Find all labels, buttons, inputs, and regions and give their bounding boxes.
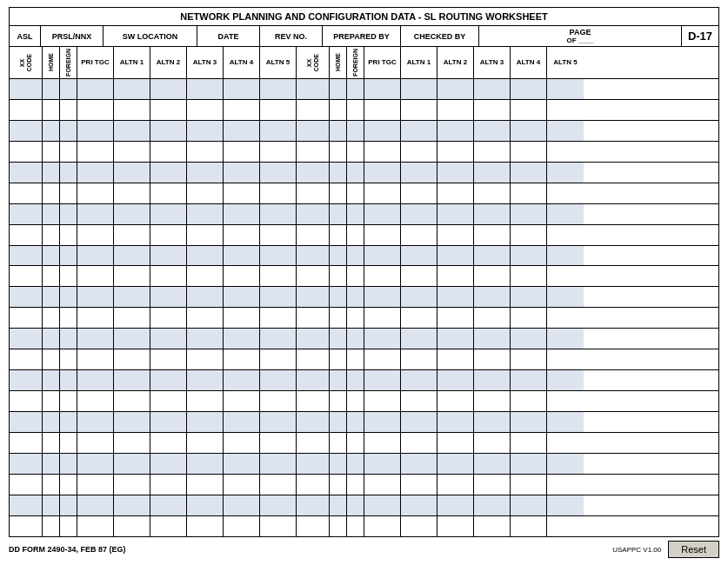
data-cell[interactable] [474, 370, 511, 390]
data-cell[interactable] [43, 246, 60, 266]
data-cell[interactable] [347, 308, 364, 328]
data-cell[interactable] [401, 246, 437, 266]
data-cell[interactable] [437, 412, 474, 432]
data-cell[interactable] [150, 516, 187, 536]
data-cell[interactable] [43, 516, 60, 536]
data-cell[interactable] [224, 308, 260, 328]
data-cell[interactable] [43, 495, 60, 515]
data-cell[interactable] [297, 142, 330, 162]
data-cell[interactable] [547, 225, 584, 245]
data-cell[interactable] [10, 370, 43, 390]
data-cell[interactable] [330, 412, 347, 432]
data-cell[interactable] [260, 183, 297, 203]
data-cell[interactable] [114, 100, 150, 120]
data-cell[interactable] [187, 225, 224, 245]
data-cell[interactable] [114, 329, 150, 349]
data-cell[interactable] [60, 433, 77, 453]
data-cell[interactable] [364, 475, 401, 495]
data-cell[interactable] [77, 391, 114, 411]
data-cell[interactable] [297, 204, 330, 224]
data-cell[interactable] [43, 225, 60, 245]
data-cell[interactable] [77, 495, 114, 515]
data-cell[interactable] [260, 433, 297, 453]
data-cell[interactable] [60, 142, 77, 162]
data-cell[interactable] [347, 142, 364, 162]
data-cell[interactable] [364, 121, 401, 141]
data-cell[interactable] [547, 516, 584, 536]
data-cell[interactable] [43, 349, 60, 369]
data-cell[interactable] [364, 79, 401, 99]
data-cell[interactable] [10, 412, 43, 432]
data-cell[interactable] [401, 433, 437, 453]
data-cell[interactable] [511, 204, 547, 224]
data-cell[interactable] [260, 308, 297, 328]
data-cell[interactable] [60, 163, 77, 183]
data-cell[interactable] [401, 454, 437, 474]
data-cell[interactable] [364, 225, 401, 245]
data-cell[interactable] [364, 370, 401, 390]
data-cell[interactable] [187, 287, 224, 307]
data-cell[interactable] [547, 163, 584, 183]
data-cell[interactable] [511, 287, 547, 307]
data-cell[interactable] [401, 121, 437, 141]
data-cell[interactable] [330, 163, 347, 183]
data-cell[interactable] [150, 475, 187, 495]
data-cell[interactable] [187, 329, 224, 349]
data-cell[interactable] [401, 391, 437, 411]
data-cell[interactable] [347, 204, 364, 224]
data-cell[interactable] [330, 349, 347, 369]
data-cell[interactable] [297, 391, 330, 411]
data-cell[interactable] [347, 246, 364, 266]
data-cell[interactable] [187, 454, 224, 474]
data-cell[interactable] [114, 412, 150, 432]
data-cell[interactable] [260, 225, 297, 245]
data-cell[interactable] [43, 142, 60, 162]
data-cell[interactable] [364, 433, 401, 453]
data-cell[interactable] [10, 349, 43, 369]
data-cell[interactable] [547, 308, 584, 328]
data-cell[interactable] [260, 454, 297, 474]
data-cell[interactable] [474, 495, 511, 515]
data-cell[interactable] [401, 287, 437, 307]
data-cell[interactable] [150, 142, 187, 162]
data-cell[interactable] [437, 266, 474, 286]
data-cell[interactable] [364, 204, 401, 224]
reset-button[interactable]: Reset [668, 541, 719, 558]
data-cell[interactable] [401, 495, 437, 515]
data-cell[interactable] [297, 370, 330, 390]
data-cell[interactable] [547, 121, 584, 141]
data-cell[interactable] [547, 495, 584, 515]
data-cell[interactable] [187, 121, 224, 141]
data-cell[interactable] [437, 204, 474, 224]
data-cell[interactable] [77, 412, 114, 432]
data-cell[interactable] [297, 433, 330, 453]
data-cell[interactable] [364, 516, 401, 536]
data-cell[interactable] [43, 370, 60, 390]
data-cell[interactable] [77, 225, 114, 245]
data-cell[interactable] [330, 142, 347, 162]
data-cell[interactable] [77, 370, 114, 390]
data-cell[interactable] [10, 142, 43, 162]
data-cell[interactable] [150, 433, 187, 453]
data-cell[interactable] [260, 412, 297, 432]
data-cell[interactable] [60, 246, 77, 266]
data-cell[interactable] [43, 121, 60, 141]
data-cell[interactable] [401, 204, 437, 224]
data-cell[interactable] [547, 391, 584, 411]
data-cell[interactable] [187, 391, 224, 411]
data-cell[interactable] [330, 266, 347, 286]
data-cell[interactable] [474, 266, 511, 286]
data-cell[interactable] [511, 266, 547, 286]
data-cell[interactable] [347, 100, 364, 120]
data-cell[interactable] [511, 246, 547, 266]
data-cell[interactable] [114, 225, 150, 245]
data-cell[interactable] [150, 287, 187, 307]
data-cell[interactable] [347, 287, 364, 307]
data-cell[interactable] [187, 163, 224, 183]
data-cell[interactable] [187, 308, 224, 328]
data-cell[interactable] [224, 454, 260, 474]
data-cell[interactable] [437, 183, 474, 203]
data-cell[interactable] [77, 142, 114, 162]
data-cell[interactable] [401, 516, 437, 536]
data-cell[interactable] [187, 370, 224, 390]
